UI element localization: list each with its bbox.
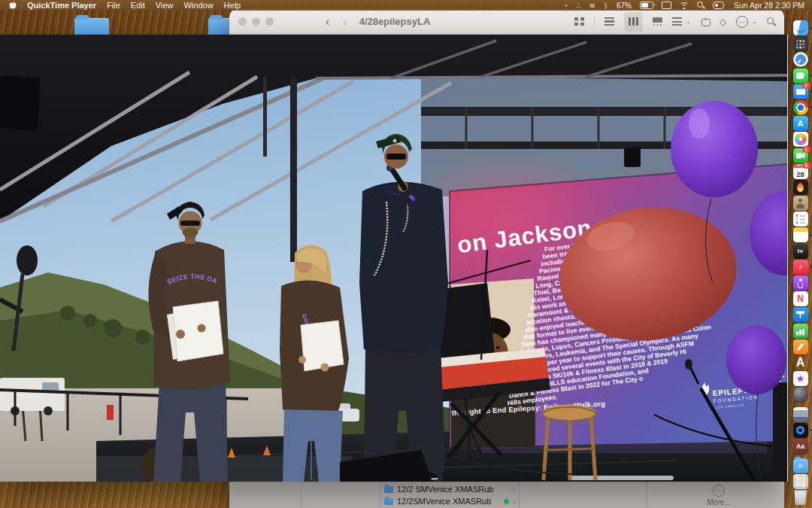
dock-flame-icon[interactable] — [793, 180, 808, 195]
dock-launchpad-icon[interactable] — [793, 36, 808, 51]
dock-keynote-icon[interactable] — [793, 307, 808, 322]
dock-chrome-icon[interactable] — [793, 100, 808, 115]
dock-appstore2-icon[interactable]: A — [793, 355, 808, 370]
running-indicator-dot — [810, 90, 812, 93]
close-window-button[interactable] — [238, 17, 247, 26]
dock-appletv-icon[interactable]: tv — [793, 244, 808, 259]
column-view-icon — [629, 17, 638, 26]
network-icon[interactable]: ≋ — [589, 2, 595, 10]
forward-chevron-icon[interactable]: › — [343, 15, 347, 29]
running-indicator-dot — [810, 266, 812, 268]
gallery-view-icon[interactable] — [653, 17, 662, 26]
dock-music-icon[interactable]: ♪ — [793, 260, 808, 275]
finder-toolbar: ‹ › 4/28epilepsyLA ⌄ ◇ ⌄ — [229, 9, 784, 35]
minimize-window-button[interactable] — [252, 17, 260, 26]
control-center-icon[interactable] — [713, 2, 724, 9]
dock-podcasts-icon[interactable] — [793, 275, 808, 291]
dock-facetime-icon[interactable]: 1 — [793, 148, 808, 163]
running-indicator-dot — [810, 75, 812, 77]
chevron-right-icon: › — [513, 485, 516, 494]
menu-edit[interactable]: Edit — [131, 1, 145, 10]
tag-icon[interactable]: ◇ — [720, 17, 726, 27]
dock-notes-icon[interactable] — [793, 227, 808, 242]
battery-icon[interactable] — [640, 2, 653, 9]
running-indicator-dot — [810, 27, 812, 29]
running-indicator-dot — [810, 429, 812, 431]
back-chevron-icon[interactable]: ‹ — [326, 15, 329, 29]
dock-safari-icon[interactable] — [793, 52, 808, 67]
folder-name: 12/2SMVenice XMASRub — [397, 497, 500, 506]
battery-percent: 67% — [617, 2, 632, 10]
dock-news-icon[interactable]: N — [793, 291, 808, 306]
dock-thumbnail-icon[interactable] — [793, 407, 808, 422]
icon-view-icon[interactable] — [574, 17, 584, 26]
dock-photos-icon[interactable] — [793, 132, 808, 147]
dock-sphere-icon[interactable] — [793, 387, 808, 402]
quicktime-video-window[interactable]: on Jackson For over 30 years, Mega-Celeb… — [0, 35, 788, 482]
dock: 2A1APR283tv♪NA★AaA — [790, 20, 810, 506]
window-title: 4/28epilepsyLA — [359, 16, 431, 27]
folder-icon — [384, 486, 393, 493]
folder-name: 12/2 SMVenice XMASRub — [397, 485, 509, 494]
folder-row[interactable]: 12/2 SMVenice XMASRub› — [382, 483, 518, 495]
bluetooth-icon[interactable]: ᛒ — [604, 2, 608, 10]
microphone-windscreen — [17, 245, 38, 275]
dock-numbers-icon[interactable] — [793, 324, 808, 339]
chevron-down-icon: ⌄ — [686, 18, 691, 25]
dock-imovie-icon[interactable]: ★ — [793, 371, 808, 386]
dock-messages-icon[interactable] — [793, 68, 808, 84]
menu-file[interactable]: File — [107, 1, 120, 10]
display-icon[interactable] — [662, 2, 671, 9]
video-frame: on Jackson For over 30 years, Mega-Celeb… — [0, 35, 787, 482]
dictionary-glyph: Aa — [796, 443, 804, 450]
appstore-glyph: A — [798, 120, 804, 128]
dock-trash-icon[interactable] — [793, 490, 808, 505]
dock-quicktime-icon[interactable] — [793, 423, 808, 438]
dock-mail-icon[interactable]: 2 — [793, 84, 808, 99]
music-glyph: ♪ — [798, 263, 803, 271]
list-view-icon[interactable] — [604, 17, 614, 26]
ellipsis-circle-icon: ⋯ — [713, 485, 725, 497]
toolbar-divider — [594, 17, 595, 27]
menu-bar-clock[interactable]: Sun Apr 28 2:30 PM — [734, 1, 804, 10]
fire-extinguisher — [107, 405, 114, 420]
search-icon[interactable] — [767, 17, 775, 26]
menu-help[interactable]: Help — [224, 1, 241, 10]
white-truck — [0, 378, 65, 415]
share-icon[interactable] — [701, 17, 710, 26]
running-indicator-dot — [810, 234, 812, 236]
dock-dictionary-icon[interactable]: Aa — [793, 439, 808, 454]
imovie-glyph: ★ — [797, 375, 804, 383]
more-actions-icon[interactable] — [736, 16, 748, 28]
screen-record-icon[interactable]: ◔ — [563, 2, 568, 10]
active-app-name[interactable]: QuickTime Player — [27, 1, 96, 10]
group-by-icon[interactable] — [672, 17, 682, 26]
running-indicator-dot — [810, 106, 812, 108]
dock-appsfolder-icon[interactable]: A — [793, 458, 808, 473]
dock-reminders-icon[interactable] — [793, 211, 808, 227]
desktop: ‹ › 4/28epilepsyLA ⌄ ◇ ⌄ 12/2 SMVe — [0, 0, 812, 508]
dock-calendar-icon[interactable]: APR283 — [793, 164, 808, 179]
chevron-down-icon: ⌄ — [752, 18, 757, 25]
wifi-icon[interactable] — [680, 2, 689, 9]
menu-window[interactable]: Window — [183, 1, 213, 10]
dock-finder-icon[interactable] — [793, 20, 808, 35]
notification-badge: 2 — [802, 82, 810, 89]
calendar-day: 28 — [793, 171, 808, 178]
more-preview-block[interactable]: ⋯ More... — [692, 485, 745, 506]
dock-stack-icon[interactable] — [793, 474, 808, 489]
green-tag-dot — [504, 499, 509, 504]
dots-icon[interactable]: ∴ — [576, 2, 580, 10]
column-view-selected[interactable] — [624, 12, 643, 32]
appstore2-glyph: A — [796, 357, 805, 369]
spotlight-icon[interactable] — [697, 2, 704, 9]
more-label: More... — [692, 498, 745, 506]
notification-badge: 3 — [802, 162, 810, 169]
dock-appstore-icon[interactable]: A — [793, 116, 808, 131]
apple-menu-icon[interactable] — [9, 1, 17, 10]
zoom-window-button[interactable] — [265, 17, 274, 26]
dock-pages-icon[interactable] — [793, 339, 808, 354]
menu-view[interactable]: View — [156, 1, 174, 10]
folder-row[interactable]: 12/2SMVenice XMASRub› — [382, 495, 518, 507]
dock-contacts-icon[interactable] — [793, 196, 808, 211]
